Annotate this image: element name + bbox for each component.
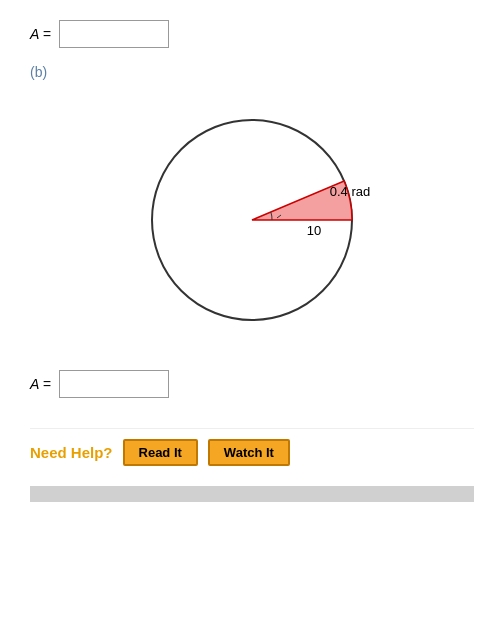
need-help-label: Need Help? [30,444,113,461]
part-b-row: A = [30,370,474,398]
watch-it-button[interactable]: Watch It [208,439,290,466]
diagram-container: 0.4 rad 10 [30,100,474,340]
need-help-section: Need Help? Read It Watch It [30,428,474,476]
part-b-input-label: A = [30,376,51,392]
part-b-input[interactable] [59,370,169,398]
part-a-input[interactable] [59,20,169,48]
part-a-label: A = [30,26,51,42]
radius-label: 10 [307,223,321,238]
angle-label: 0.4 rad [330,184,370,199]
circle-diagram: 0.4 rad 10 [132,100,372,340]
part-a-row: A = [30,20,474,48]
bottom-bar [30,486,474,502]
diagram-svg: 0.4 rad 10 [132,100,392,340]
read-it-button[interactable]: Read It [123,439,198,466]
part-b-label: (b) [30,64,474,80]
